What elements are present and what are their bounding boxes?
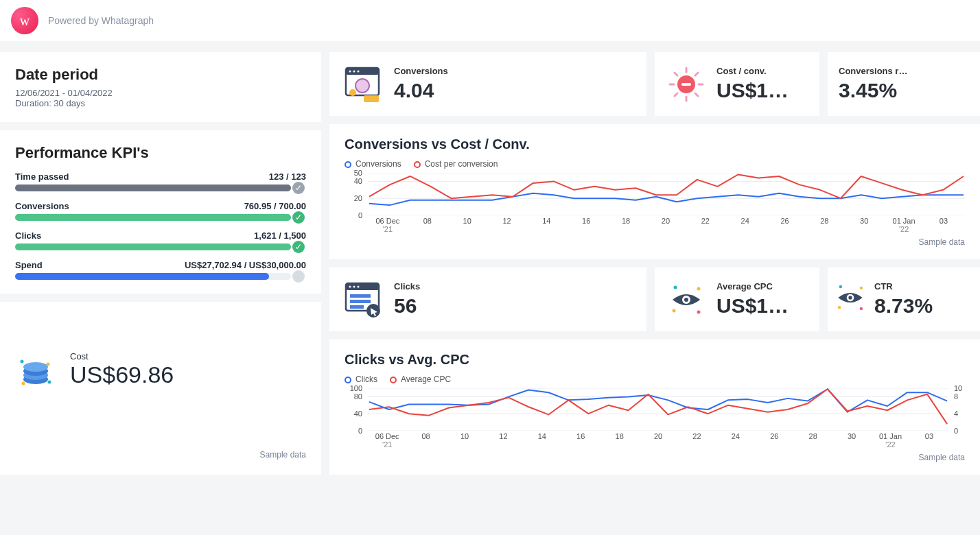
chart1-title: Conversions vs Cost / Conv. xyxy=(345,136,965,152)
x-tick: 10 xyxy=(447,217,487,233)
x-tick: 24 xyxy=(725,217,765,233)
x-tick: 08 xyxy=(408,217,447,233)
ctr-card: CTR 8.73% xyxy=(828,268,980,331)
conv-rate-card: Conversions r… 3.45% xyxy=(828,52,980,116)
chart2-legend-0: Clicks xyxy=(355,374,377,384)
date-period-range: 12/06/2021 - 01/04/2022 xyxy=(15,88,306,98)
conversion-window-icon xyxy=(343,67,382,102)
svg-point-14 xyxy=(349,89,356,96)
cost-label: Cost xyxy=(70,351,306,361)
cost-per-conv-value: US$1… xyxy=(716,79,806,102)
x-tick: 01 Jan'22 xyxy=(871,432,909,449)
kpi-bar xyxy=(15,273,291,280)
clicks-window-icon xyxy=(343,282,382,318)
conversions-label: Conversions xyxy=(394,66,633,76)
chart2-sample: Sample data xyxy=(345,453,965,462)
x-tick: 30 xyxy=(844,217,884,233)
x-tick: 30 xyxy=(832,432,871,449)
svg-point-6 xyxy=(22,382,25,385)
date-period-card: Date period 12/06/2021 - 01/04/2022 Dura… xyxy=(0,52,321,122)
kpi-value: 123 / 123 xyxy=(269,171,306,182)
svg-point-40 xyxy=(697,287,701,290)
x-tick: 24 xyxy=(716,432,755,449)
date-period-title: Date period xyxy=(15,66,306,84)
kpi-status-icon xyxy=(292,270,305,283)
cost-per-conv-label: Cost / conv. xyxy=(716,66,806,76)
ctr-label: CTR xyxy=(874,281,966,292)
kpi-status-icon: ✓ xyxy=(292,241,305,253)
x-tick: 08 xyxy=(406,432,445,449)
kpi-label: Time passed xyxy=(15,171,69,182)
svg-point-4 xyxy=(21,360,24,364)
x-tick: 14 xyxy=(523,432,561,449)
svg-rect-25 xyxy=(681,83,691,86)
conv-rate-value: 3.45% xyxy=(839,79,966,102)
svg-point-10 xyxy=(349,70,351,72)
kpi-title: Performance KPI's xyxy=(15,144,306,162)
logo-letter: w xyxy=(20,13,30,29)
x-tick: 22 xyxy=(677,432,716,449)
chart1-legend: Conversions Cost per conversion xyxy=(345,159,965,169)
kpi-status-icon: ✓ xyxy=(292,182,305,194)
x-tick: 06 Dec'21 xyxy=(368,432,406,449)
svg-point-11 xyxy=(353,70,355,72)
x-tick: 12 xyxy=(484,432,522,449)
kpi-label: Spend xyxy=(15,260,43,270)
chart2-legend: Clicks Average CPC xyxy=(345,374,965,384)
svg-point-34 xyxy=(358,285,360,287)
svg-point-5 xyxy=(47,363,50,366)
svg-rect-35 xyxy=(350,294,371,298)
x-tick: 18 xyxy=(606,217,646,233)
whatagraph-logo: w xyxy=(11,7,38,34)
cost-card: Cost US$69.86 Sample data xyxy=(0,302,321,475)
kpi-label: Clicks xyxy=(15,230,41,241)
x-tick: 26 xyxy=(765,217,805,233)
eye-icon xyxy=(668,282,704,318)
chart1-sample: Sample data xyxy=(345,237,965,247)
svg-point-13 xyxy=(355,79,369,93)
kpi-value: US$27,702.94 / US$30,000.00 xyxy=(185,260,306,270)
ctr-value: 8.73% xyxy=(874,294,966,318)
svg-point-48 xyxy=(860,307,863,309)
svg-point-41 xyxy=(673,309,676,312)
chart1-legend-1: Cost per conversion xyxy=(425,159,498,169)
avg-cpc-card: Average CPC US$1… xyxy=(655,268,819,331)
chart1-plot: 5040200 06 Dec'2108101214161820222426283… xyxy=(345,173,965,233)
svg-point-7 xyxy=(48,381,51,384)
svg-point-50 xyxy=(848,296,852,299)
kpi-row: Time passed123 / 123 xyxy=(15,171,306,182)
clicks-value: 56 xyxy=(394,294,633,318)
x-tick: 14 xyxy=(526,217,566,233)
x-tick: 03 xyxy=(924,217,964,233)
svg-rect-15 xyxy=(364,95,379,102)
x-tick: 22 xyxy=(686,217,725,233)
performance-kpi-card: Performance KPI's Time passed123 / 123✓C… xyxy=(0,130,321,294)
cost-per-conv-card: Cost / conv. US$1… xyxy=(655,52,819,116)
svg-point-45 xyxy=(839,285,842,287)
svg-point-39 xyxy=(674,285,677,289)
date-period-duration: Duration: 30 days xyxy=(15,98,306,108)
chart1-legend-0: Conversions xyxy=(355,159,401,169)
x-tick: 20 xyxy=(646,217,686,233)
svg-point-3 xyxy=(23,362,48,372)
svg-line-20 xyxy=(675,73,677,75)
x-tick: 10 xyxy=(445,432,484,449)
chart2-title: Clicks vs Avg. CPC xyxy=(345,352,965,368)
eye-icon xyxy=(835,282,866,318)
x-tick: 16 xyxy=(561,432,600,449)
minus-badge-icon xyxy=(668,67,704,102)
svg-rect-36 xyxy=(350,300,371,303)
powered-by-text: Powered by Whatagraph xyxy=(48,15,154,26)
clicks-label: Clicks xyxy=(394,281,633,292)
kpi-bar: ✓ xyxy=(15,214,291,221)
cost-value: US$69.86 xyxy=(70,361,306,388)
svg-point-12 xyxy=(358,70,360,72)
x-tick: 28 xyxy=(804,217,844,233)
svg-point-32 xyxy=(349,285,351,287)
kpi-status-icon: ✓ xyxy=(292,211,305,224)
kpi-value: 760.95 / 700.00 xyxy=(244,201,306,211)
kpi-value: 1,621 / 1,500 xyxy=(254,230,306,241)
svg-point-46 xyxy=(860,286,863,289)
x-tick: 03 xyxy=(910,432,948,449)
x-tick: 28 xyxy=(793,432,832,449)
